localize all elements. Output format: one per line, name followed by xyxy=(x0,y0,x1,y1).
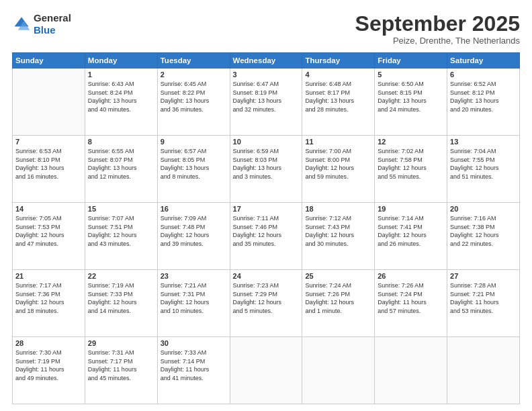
week-row-1: 1Sunrise: 6:43 AM Sunset: 8:24 PM Daylig… xyxy=(13,68,520,136)
day-info: Sunrise: 7:00 AM Sunset: 8:00 PM Dayligh… xyxy=(305,147,371,181)
day-number: 3 xyxy=(233,71,300,79)
day-info: Sunrise: 7:07 AM Sunset: 7:51 PM Dayligh… xyxy=(88,214,154,248)
day-number: 5 xyxy=(378,71,444,79)
day-info: Sunrise: 7:17 AM Sunset: 7:36 PM Dayligh… xyxy=(15,281,82,315)
logo-line2: Blue xyxy=(34,24,71,36)
calendar-cell: 3Sunrise: 6:47 AM Sunset: 8:19 PM Daylig… xyxy=(230,68,302,136)
calendar-cell: 11Sunrise: 7:00 AM Sunset: 8:00 PM Dayli… xyxy=(302,136,375,203)
day-info: Sunrise: 7:28 AM Sunset: 7:21 PM Dayligh… xyxy=(450,281,517,315)
calendar-cell: 13Sunrise: 7:04 AM Sunset: 7:55 PM Dayli… xyxy=(447,136,520,203)
calendar-cell: 12Sunrise: 7:02 AM Sunset: 7:58 PM Dayli… xyxy=(375,136,447,203)
day-number: 25 xyxy=(305,272,371,280)
day-number: 6 xyxy=(450,71,517,79)
day-info: Sunrise: 7:21 AM Sunset: 7:31 PM Dayligh… xyxy=(161,281,227,315)
day-number: 21 xyxy=(15,272,82,280)
day-info: Sunrise: 7:05 AM Sunset: 7:53 PM Dayligh… xyxy=(15,214,82,248)
day-info: Sunrise: 7:31 AM Sunset: 7:17 PM Dayligh… xyxy=(88,349,154,382)
calendar-cell: 26Sunrise: 7:26 AM Sunset: 7:24 PM Dayli… xyxy=(375,270,447,337)
title-block: September 2025 Peize, Drenthe, The Nethe… xyxy=(355,12,520,46)
day-number: 13 xyxy=(450,138,517,146)
calendar-cell: 21Sunrise: 7:17 AM Sunset: 7:36 PM Dayli… xyxy=(13,270,85,337)
weekday-tuesday: Tuesday xyxy=(157,53,230,68)
weekday-saturday: Saturday xyxy=(447,53,520,68)
day-number: 28 xyxy=(15,339,82,347)
day-number: 20 xyxy=(450,205,517,213)
calendar-cell: 23Sunrise: 7:21 AM Sunset: 7:31 PM Dayli… xyxy=(157,270,230,337)
calendar-cell: 25Sunrise: 7:24 AM Sunset: 7:26 PM Dayli… xyxy=(302,270,375,337)
day-number: 7 xyxy=(15,138,82,146)
day-number: 9 xyxy=(161,138,227,146)
calendar-cell xyxy=(230,337,302,404)
day-number: 17 xyxy=(233,205,300,213)
calendar-cell xyxy=(375,337,447,404)
location-subtitle: Peize, Drenthe, The Netherlands xyxy=(355,36,520,46)
day-info: Sunrise: 6:45 AM Sunset: 8:22 PM Dayligh… xyxy=(161,80,227,113)
calendar-cell: 7Sunrise: 6:53 AM Sunset: 8:10 PM Daylig… xyxy=(13,136,85,203)
page: General Blue September 2025 Peize, Drent… xyxy=(0,0,532,411)
day-info: Sunrise: 6:48 AM Sunset: 8:17 PM Dayligh… xyxy=(305,80,371,113)
day-info: Sunrise: 7:19 AM Sunset: 7:33 PM Dayligh… xyxy=(88,281,154,315)
calendar-cell: 9Sunrise: 6:57 AM Sunset: 8:05 PM Daylig… xyxy=(157,136,230,203)
day-info: Sunrise: 7:26 AM Sunset: 7:24 PM Dayligh… xyxy=(378,281,444,315)
weekday-friday: Friday xyxy=(375,53,447,68)
day-info: Sunrise: 7:16 AM Sunset: 7:38 PM Dayligh… xyxy=(450,214,517,248)
week-row-5: 28Sunrise: 7:30 AM Sunset: 7:19 PM Dayli… xyxy=(13,337,520,404)
day-info: Sunrise: 6:50 AM Sunset: 8:15 PM Dayligh… xyxy=(378,80,444,113)
week-row-2: 7Sunrise: 6:53 AM Sunset: 8:10 PM Daylig… xyxy=(13,136,520,203)
day-number: 16 xyxy=(161,205,227,213)
calendar-cell: 20Sunrise: 7:16 AM Sunset: 7:38 PM Dayli… xyxy=(447,203,520,270)
day-number: 10 xyxy=(233,138,300,146)
day-info: Sunrise: 7:02 AM Sunset: 7:58 PM Dayligh… xyxy=(378,147,444,181)
calendar-cell xyxy=(13,68,85,136)
day-info: Sunrise: 7:04 AM Sunset: 7:55 PM Dayligh… xyxy=(450,147,517,181)
day-info: Sunrise: 7:09 AM Sunset: 7:48 PM Dayligh… xyxy=(161,214,227,248)
calendar-cell: 28Sunrise: 7:30 AM Sunset: 7:19 PM Dayli… xyxy=(13,337,85,404)
day-number: 29 xyxy=(88,339,154,347)
logo: General Blue xyxy=(12,12,71,36)
day-info: Sunrise: 6:57 AM Sunset: 8:05 PM Dayligh… xyxy=(161,147,227,181)
calendar-cell: 27Sunrise: 7:28 AM Sunset: 7:21 PM Dayli… xyxy=(447,270,520,337)
calendar-cell: 1Sunrise: 6:43 AM Sunset: 8:24 PM Daylig… xyxy=(85,68,157,136)
calendar-cell: 4Sunrise: 6:48 AM Sunset: 8:17 PM Daylig… xyxy=(302,68,375,136)
day-number: 12 xyxy=(378,138,444,146)
day-number: 14 xyxy=(15,205,82,213)
day-number: 2 xyxy=(161,71,227,79)
weekday-wednesday: Wednesday xyxy=(230,53,302,68)
header: General Blue September 2025 Peize, Drent… xyxy=(12,12,520,46)
day-number: 24 xyxy=(233,272,300,280)
day-info: Sunrise: 6:55 AM Sunset: 8:07 PM Dayligh… xyxy=(88,147,154,181)
logo-line1: General xyxy=(34,12,71,24)
weekday-sunday: Sunday xyxy=(13,53,85,68)
day-number: 30 xyxy=(161,339,227,347)
calendar-cell xyxy=(447,337,520,404)
calendar-cell: 8Sunrise: 6:55 AM Sunset: 8:07 PM Daylig… xyxy=(85,136,157,203)
calendar-cell: 29Sunrise: 7:31 AM Sunset: 7:17 PM Dayli… xyxy=(85,337,157,404)
day-info: Sunrise: 7:30 AM Sunset: 7:19 PM Dayligh… xyxy=(15,349,82,382)
weekday-header-row: SundayMondayTuesdayWednesdayThursdayFrid… xyxy=(13,53,520,68)
day-info: Sunrise: 7:24 AM Sunset: 7:26 PM Dayligh… xyxy=(305,281,371,315)
calendar-cell: 14Sunrise: 7:05 AM Sunset: 7:53 PM Dayli… xyxy=(13,203,85,270)
day-number: 22 xyxy=(88,272,154,280)
day-info: Sunrise: 6:53 AM Sunset: 8:10 PM Dayligh… xyxy=(15,147,82,181)
day-number: 1 xyxy=(88,71,154,79)
day-number: 26 xyxy=(378,272,444,280)
day-info: Sunrise: 7:12 AM Sunset: 7:43 PM Dayligh… xyxy=(305,214,371,248)
day-number: 27 xyxy=(450,272,517,280)
month-title: September 2025 xyxy=(355,12,520,36)
calendar-cell: 18Sunrise: 7:12 AM Sunset: 7:43 PM Dayli… xyxy=(302,203,375,270)
weekday-thursday: Thursday xyxy=(302,53,375,68)
calendar-cell: 22Sunrise: 7:19 AM Sunset: 7:33 PM Dayli… xyxy=(85,270,157,337)
calendar-cell xyxy=(302,337,375,404)
day-info: Sunrise: 7:23 AM Sunset: 7:29 PM Dayligh… xyxy=(233,281,300,315)
day-info: Sunrise: 7:33 AM Sunset: 7:14 PM Dayligh… xyxy=(161,349,227,382)
calendar-cell: 19Sunrise: 7:14 AM Sunset: 7:41 PM Dayli… xyxy=(375,203,447,270)
weekday-monday: Monday xyxy=(85,53,157,68)
week-row-3: 14Sunrise: 7:05 AM Sunset: 7:53 PM Dayli… xyxy=(13,203,520,270)
calendar-cell: 17Sunrise: 7:11 AM Sunset: 7:46 PM Dayli… xyxy=(230,203,302,270)
day-info: Sunrise: 7:14 AM Sunset: 7:41 PM Dayligh… xyxy=(378,214,444,248)
day-info: Sunrise: 7:11 AM Sunset: 7:46 PM Dayligh… xyxy=(233,214,300,248)
day-number: 23 xyxy=(161,272,227,280)
day-number: 8 xyxy=(88,138,154,146)
day-number: 18 xyxy=(305,205,371,213)
logo-icon xyxy=(12,15,31,34)
